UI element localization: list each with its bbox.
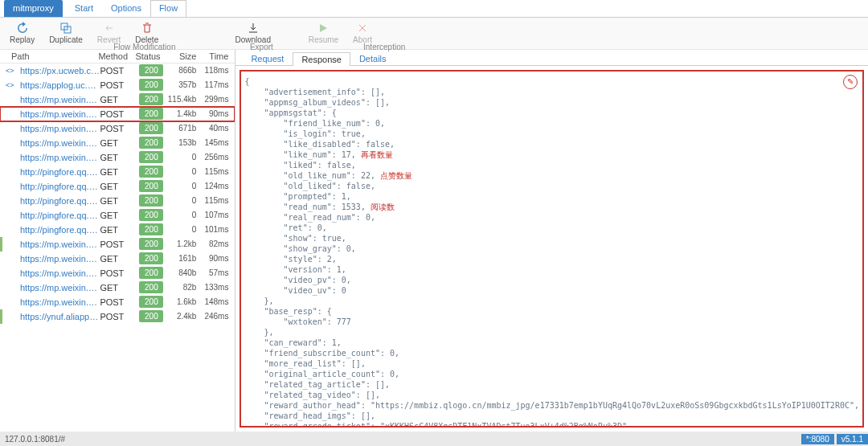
flow-size: 1.2kb — [166, 237, 201, 252]
flow-size: 115.4kb — [166, 92, 201, 107]
flow-size: 0 — [166, 194, 201, 208]
flow-url: https://mp.weixin.qq.com/mp/appmsgpicrep… — [14, 237, 100, 252]
flow-status: 200 — [139, 151, 163, 163]
table-row[interactable]: https://mp.weixin.qq.com/tp/datareport/r… — [0, 266, 235, 280]
flow-time: 107ms — [201, 208, 235, 223]
flow-url: https://mp.weixin.qq.com/mp/advertisemen… — [14, 136, 100, 150]
table-row[interactable]: http://pingfore.qq.com/pingd?dm=wxa.wxs.… — [0, 194, 235, 208]
col-path[interactable]: Path — [11, 51, 98, 61]
type-icon — [6, 107, 14, 121]
flow-time: 124ms — [201, 179, 235, 194]
abort-button: Abort — [350, 20, 375, 44]
flow-method: GET — [100, 179, 137, 194]
response-body[interactable]: ✎ { "advertisement_info": [], "appmsg_al… — [240, 70, 864, 428]
tab-request[interactable]: Request — [242, 51, 293, 65]
col-method[interactable]: Method — [98, 51, 135, 61]
flow-time: 90ms — [201, 107, 235, 121]
flow-time: 90ms — [201, 252, 235, 266]
flow-status: 200 — [139, 310, 163, 322]
flow-size: 0 — [166, 223, 201, 237]
flow-url: https://mp.weixin.qq.com/mp/getappmsgext… — [14, 107, 100, 121]
flow-size: 2.4kb — [166, 309, 201, 324]
main-split: Path Method Status Size Time <>https://p… — [0, 50, 868, 432]
col-time[interactable]: Time — [201, 51, 235, 61]
flow-time: 57ms — [201, 266, 235, 280]
flow-size: 1.4kb — [166, 107, 201, 121]
flow-method: POST — [100, 78, 137, 92]
flow-size: 0 — [166, 208, 201, 223]
delete-button[interactable]: Delete — [132, 20, 162, 44]
flow-url: http://pingfore.qq.com/pingd?dm=wxa.wxs.… — [14, 208, 100, 223]
flow-time: 299ms — [201, 92, 235, 107]
table-row[interactable]: https://mp.weixin.qq.com/mp/jsmonitor?id… — [0, 280, 235, 295]
flow-status: 200 — [139, 79, 163, 91]
flow-size: 0 — [166, 150, 201, 165]
table-row[interactable]: https://ynuf.aliapp.org/saveWb.json?evt=… — [0, 309, 235, 324]
flow-size: 153b — [166, 136, 201, 150]
type-icon — [6, 223, 14, 237]
flow-time: 145ms — [201, 136, 235, 150]
type-icon — [6, 194, 14, 208]
replay-button[interactable]: Replay — [6, 20, 38, 44]
table-row[interactable]: https://mp.weixin.qq.com/mp/getappmsgad?… — [0, 121, 235, 136]
flow-url: https://applog.uc.cn/collect?chk=df36595… — [14, 78, 100, 92]
table-row[interactable]: http://pingfore.qq.com/pingd?dm=wxa.wxs.… — [0, 208, 235, 223]
flow-status: 200 — [139, 296, 163, 308]
flow-time: 118ms — [201, 63, 235, 78]
flow-method: GET — [100, 165, 137, 179]
edit-icon[interactable]: ✎ — [843, 75, 858, 89]
annotation-oldlikes: 点赞数量 — [380, 171, 412, 180]
flow-status: 200 — [139, 252, 163, 264]
download-button[interactable]: Download — [231, 20, 273, 44]
tab-flow[interactable]: Flow — [150, 0, 186, 17]
annotation-reads: 阅读数 — [371, 203, 395, 211]
flow-method: POST — [100, 295, 137, 309]
tab-options[interactable]: Options — [102, 0, 150, 17]
flow-time: 117ms — [201, 78, 235, 92]
annotation-likes: 再看数量 — [361, 150, 393, 159]
flow-status: 200 — [139, 267, 163, 279]
table-row[interactable]: https://mp.weixin.qq.com/mp/appmsgpicrep… — [0, 237, 235, 252]
flow-method: POST — [100, 63, 137, 78]
play-icon — [317, 22, 330, 35]
table-row[interactable]: http://pingfore.qq.com/pingd?dm=wxa.wxs.… — [0, 165, 235, 179]
table-row[interactable]: https://mp.weixin.qq.com/mp/geticon?__bi… — [0, 150, 235, 165]
table-row[interactable]: <>https://applog.uc.cn/collect?chk=df365… — [0, 78, 235, 92]
table-row[interactable]: https://mp.weixin.qq.com/mp/advertisemen… — [0, 136, 235, 150]
flow-url: http://pingfore.qq.com/pingd?dm=wxa.wxs.… — [14, 179, 100, 194]
type-icon — [6, 121, 14, 136]
status-bar: 127.0.0.1:8081/# *:8080 v5.1.1 — [0, 432, 868, 446]
flow-size: 82b — [166, 280, 201, 295]
table-row[interactable]: https://mp.weixin.qq.com/s?__biz=MzU1NDk… — [0, 92, 235, 107]
flow-size: 671b — [166, 121, 201, 136]
status-address: 127.0.0.1:8081/# — [5, 435, 65, 444]
flow-status: 200 — [139, 209, 163, 221]
flow-method: GET — [100, 252, 137, 266]
table-row[interactable]: https://mp.weixin.qq.com/mp/jsmonitor?id… — [0, 252, 235, 266]
flow-status: 200 — [139, 137, 163, 149]
col-status[interactable]: Status — [135, 51, 166, 61]
resume-button: Resume — [305, 20, 342, 44]
table-row[interactable]: https://mp.weixin.qq.com/mp/getappmsgext… — [0, 107, 235, 121]
type-icon: <> — [6, 78, 14, 92]
detail-tabs: Request Response Details — [235, 51, 868, 66]
flow-list: Path Method Status Size Time <>https://p… — [0, 50, 235, 432]
flow-header: Path Method Status Size Time — [0, 50, 235, 63]
table-row[interactable]: <>https://px.ucweb.com/api/v1/raw/upload… — [0, 63, 235, 78]
table-row[interactable]: http://pingfore.qq.com/pingd?dm=wxa.wxs.… — [0, 223, 235, 237]
abort-icon — [356, 22, 369, 35]
table-row[interactable]: https://mp.weixin.qq.com/mp/appmsgreport… — [0, 295, 235, 309]
flow-status: 200 — [139, 194, 163, 207]
duplicate-button[interactable]: Duplicate — [46, 20, 86, 44]
tab-start[interactable]: Start — [66, 0, 102, 17]
col-size[interactable]: Size — [166, 51, 201, 61]
table-row[interactable]: http://pingfore.qq.com/pingd?dm=wxa.wxs.… — [0, 179, 235, 194]
tab-response[interactable]: Response — [293, 52, 350, 66]
trash-icon — [141, 22, 154, 35]
replay-icon — [16, 22, 29, 35]
group-intercept: Interception — [363, 43, 405, 51]
tab-brand[interactable]: mitmproxy — [4, 0, 63, 17]
tab-details[interactable]: Details — [350, 51, 395, 65]
flow-time: 115ms — [201, 194, 235, 208]
flow-status: 200 — [139, 238, 163, 250]
